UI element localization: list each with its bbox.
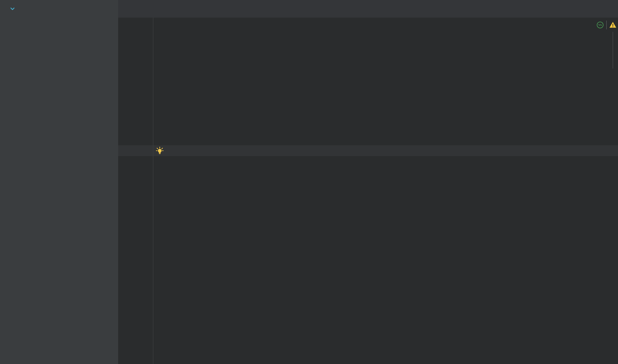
editor-gutter[interactable]: [118, 18, 154, 364]
chevron-down-icon: [9, 6, 16, 12]
editor-tab-bar[interactable]: [118, 0, 618, 18]
scrollbar-marker[interactable]: [613, 32, 613, 68]
inspections-ok-icon[interactable]: [596, 21, 604, 29]
project-tool-window: [0, 0, 118, 364]
divider: [606, 21, 607, 29]
inspection-widget[interactable]: [596, 21, 617, 29]
warnings-icon[interactable]: [609, 21, 617, 29]
editor-code-area[interactable]: [154, 18, 618, 364]
project-view-selector[interactable]: [0, 0, 118, 18]
intention-lightbulb-icon[interactable]: [155, 146, 164, 155]
editor-pane[interactable]: [118, 18, 618, 364]
